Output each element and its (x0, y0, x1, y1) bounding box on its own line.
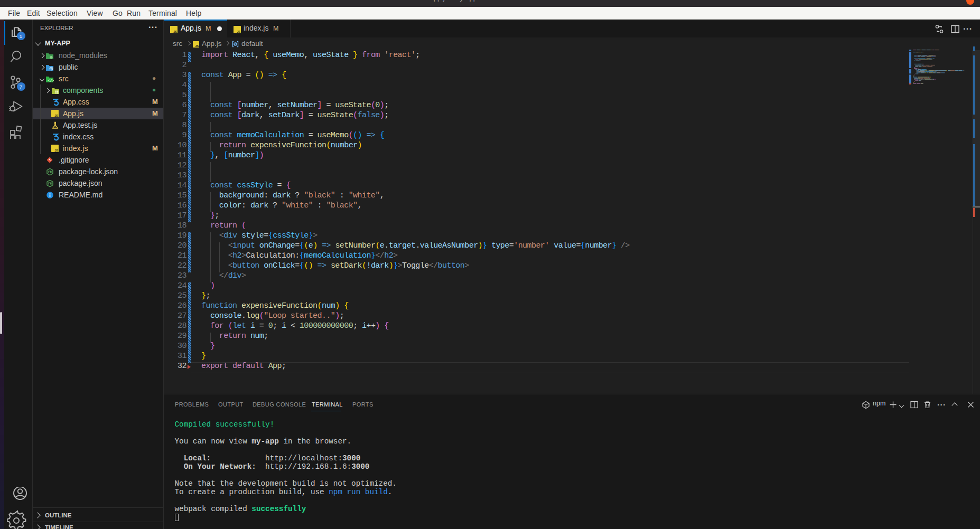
svg-text:</>: </> (48, 79, 54, 83)
